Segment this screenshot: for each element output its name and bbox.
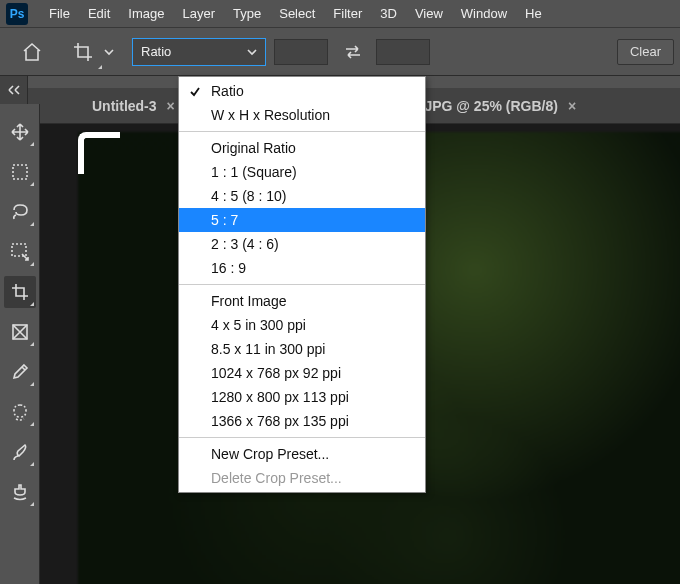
tab-label: 2.JPG @ 25% (RGB/8) [413, 98, 558, 114]
home-button[interactable] [14, 36, 50, 68]
dropdown-item-new-preset[interactable]: New Crop Preset... [179, 442, 425, 466]
tool-indicator-crop[interactable] [66, 36, 100, 68]
dropdown-item-original-ratio[interactable]: Original Ratio [179, 136, 425, 160]
dropdown-item-ratio[interactable]: Ratio [179, 79, 425, 103]
tab-label: Untitled-3 [92, 98, 157, 114]
menu-image[interactable]: Image [119, 0, 173, 27]
tools-panel [0, 104, 40, 584]
separator [179, 284, 425, 285]
menu-view[interactable]: View [406, 0, 452, 27]
menu-bar: Ps File Edit Image Layer Type Select Fil… [0, 0, 680, 28]
quick-selection-tool[interactable] [4, 236, 36, 268]
document-tab[interactable]: Untitled-3 × [78, 88, 189, 123]
check-icon [189, 85, 201, 101]
frame-tool[interactable] [4, 316, 36, 348]
close-icon[interactable]: × [568, 98, 576, 114]
menu-layer[interactable]: Layer [174, 0, 225, 27]
chevron-down-icon[interactable] [104, 43, 114, 61]
dropdown-item-4x5-300[interactable]: 4 x 5 in 300 ppi [179, 313, 425, 337]
move-tool[interactable] [4, 116, 36, 148]
dropdown-item-4-5[interactable]: 4 : 5 (8 : 10) [179, 184, 425, 208]
options-bar: Ratio Clear [0, 28, 680, 76]
crop-width-field[interactable] [274, 39, 328, 65]
chevron-down-icon [247, 47, 257, 57]
document-tab[interactable]: 2.JPG @ 25% (RGB/8) × [399, 88, 590, 123]
swap-dimensions-button[interactable] [338, 39, 368, 65]
ratio-preset-dropdown: Ratio W x H x Resolution Original Ratio … [178, 76, 426, 493]
brush-tool[interactable] [4, 436, 36, 468]
dropdown-item-2-3[interactable]: 2 : 3 (4 : 6) [179, 232, 425, 256]
healing-brush-tool[interactable] [4, 396, 36, 428]
separator [179, 131, 425, 132]
menu-type[interactable]: Type [224, 0, 270, 27]
dropdown-item-16-9[interactable]: 16 : 9 [179, 256, 425, 280]
crop-height-field[interactable] [376, 39, 430, 65]
menu-3d[interactable]: 3D [371, 0, 406, 27]
svg-rect-1 [12, 244, 26, 256]
ratio-select-label: Ratio [141, 44, 171, 59]
app-logo: Ps [6, 3, 28, 25]
dropdown-item-wxh-resolution[interactable]: W x H x Resolution [179, 103, 425, 127]
close-icon[interactable]: × [167, 98, 175, 114]
menu-edit[interactable]: Edit [79, 0, 119, 27]
expand-panels-button[interactable] [0, 76, 28, 104]
eyedropper-tool[interactable] [4, 356, 36, 388]
rectangular-marquee-tool[interactable] [4, 156, 36, 188]
svg-rect-0 [13, 165, 27, 179]
separator [179, 437, 425, 438]
clone-stamp-tool[interactable] [4, 476, 36, 508]
menu-file[interactable]: File [40, 0, 79, 27]
crop-overlay-corner[interactable] [78, 132, 120, 174]
dropdown-item-front-image[interactable]: Front Image [179, 289, 425, 313]
dropdown-item-5-7[interactable]: 5 : 7 [179, 208, 425, 232]
menu-window[interactable]: Window [452, 0, 516, 27]
menu-help[interactable]: He [516, 0, 551, 27]
ratio-preset-select[interactable]: Ratio [132, 38, 266, 66]
menu-select[interactable]: Select [270, 0, 324, 27]
dropdown-item-8p5x11-300[interactable]: 8.5 x 11 in 300 ppi [179, 337, 425, 361]
menu-filter[interactable]: Filter [324, 0, 371, 27]
dropdown-item-1280x800-113[interactable]: 1280 x 800 px 113 ppi [179, 385, 425, 409]
clear-button[interactable]: Clear [617, 39, 674, 65]
crop-tool[interactable] [4, 276, 36, 308]
lasso-tool[interactable] [4, 196, 36, 228]
dropdown-item-1-1[interactable]: 1 : 1 (Square) [179, 160, 425, 184]
dropdown-item-1366x768-135[interactable]: 1366 x 768 px 135 ppi [179, 409, 425, 433]
dropdown-item-delete-preset: Delete Crop Preset... [179, 466, 425, 490]
dropdown-item-1024x768-92[interactable]: 1024 x 768 px 92 ppi [179, 361, 425, 385]
